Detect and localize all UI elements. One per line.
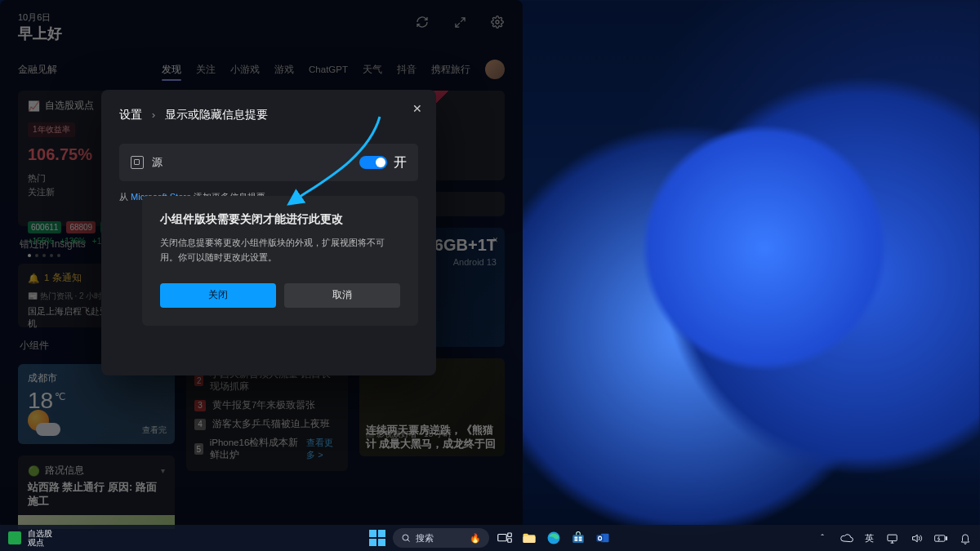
settings-icon[interactable] — [490, 15, 505, 29]
confirm-dialog: 小组件版块需要关闭才能进行此更改 关闭信息提要将更改小组件版块的外观，扩展视图将… — [142, 196, 418, 326]
modal-close-button[interactable]: ✕ — [407, 98, 428, 119]
svg-rect-9 — [579, 537, 582, 539]
tab-ctrip[interactable]: 携程旅行 — [431, 64, 470, 76]
stock-title: 自选股观点 — [45, 99, 94, 113]
toggle-state-label: 开 — [394, 154, 407, 171]
svg-rect-3 — [508, 533, 512, 537]
breadcrumb-settings[interactable]: 设置 — [119, 109, 142, 121]
tab-minigames[interactable]: 小游戏 — [230, 64, 260, 76]
svg-point-1 — [403, 535, 408, 540]
taskbar: 自选股观点 搜索 🔥 ˆ 英 — [0, 525, 980, 551]
settings-modal: ✕ 设置 › 显示或隐藏信息提要 源 开 从 Microsoft Store 添… — [101, 90, 436, 375]
cloud-icon — [36, 423, 60, 436]
chevron-right-icon: › — [152, 109, 156, 121]
source-toggle[interactable] — [359, 156, 387, 169]
tab-discover[interactable]: 发现 — [162, 64, 181, 76]
dialog-body: 关闭信息提要将更改小组件版块的外观，扩展视图将不可用。你可以随时更改此设置。 — [160, 235, 400, 265]
expand-icon[interactable] — [452, 15, 467, 29]
tab-chatgpt[interactable]: ChatGPT — [309, 64, 348, 74]
volume-icon[interactable] — [910, 531, 923, 544]
svg-rect-11 — [579, 540, 582, 541]
svg-rect-15 — [887, 535, 896, 541]
list-item[interactable]: 5iPhone16检料成本新鲜出炉查看更多 > — [194, 433, 340, 464]
feed-icon — [131, 156, 144, 169]
dialog-close-button[interactable]: 关闭 — [160, 283, 276, 308]
svg-rect-7 — [572, 535, 584, 543]
search-icon — [401, 533, 411, 543]
tab-games[interactable]: 游戏 — [274, 64, 294, 76]
store-icon[interactable] — [569, 529, 587, 547]
svg-rect-10 — [575, 540, 578, 541]
source-label: 源 — [152, 156, 163, 170]
user-avatar[interactable] — [485, 60, 505, 79]
source-toggle-row[interactable]: 源 开 — [119, 144, 418, 181]
tab-weather[interactable]: 天气 — [363, 64, 382, 76]
ime-indicator[interactable]: 英 — [865, 532, 874, 544]
start-button[interactable] — [368, 529, 386, 547]
battery-icon[interactable] — [934, 531, 947, 544]
svg-rect-2 — [498, 535, 507, 541]
svg-rect-4 — [508, 539, 512, 543]
explorer-icon[interactable] — [520, 529, 538, 547]
taskview-icon[interactable] — [496, 529, 514, 547]
stocks-icon — [8, 531, 21, 544]
breadcrumb-current: 显示或隐藏信息提要 — [165, 109, 268, 121]
network-icon[interactable] — [885, 531, 898, 544]
svg-rect-8 — [575, 537, 578, 539]
taskbar-widgets-pin[interactable]: 自选股观点 — [8, 529, 52, 547]
weather-card[interactable]: 成都市 18℃ 查看完 — [18, 364, 175, 444]
list-item[interactable]: 3黄牛报复7年来极致嚣张 — [194, 396, 340, 415]
edge-icon[interactable] — [545, 529, 563, 547]
taskbar-search[interactable]: 搜索 🔥 — [393, 528, 489, 548]
refresh-icon[interactable] — [415, 15, 430, 29]
svg-rect-5 — [523, 536, 536, 543]
outlook-icon[interactable] — [594, 529, 612, 547]
see-all-link[interactable]: 查看更多 > — [306, 437, 340, 461]
dialog-cancel-button[interactable]: 取消 — [284, 283, 400, 308]
svg-point-0 — [496, 20, 499, 24]
tab-douyin[interactable]: 抖音 — [397, 64, 416, 76]
tabs-row: 发现 关注 小游戏 游戏 ChatGPT 天气 抖音 携程旅行 — [162, 60, 505, 79]
breadcrumb: 设置 › 显示或隐藏信息提要 — [101, 90, 436, 122]
list-item[interactable]: 4游客太多乒乓猫被迫上夜班 — [194, 415, 340, 433]
svg-rect-17 — [946, 536, 947, 540]
stock-rate-label: 1年收益率 — [28, 122, 75, 137]
onedrive-icon[interactable] — [840, 531, 853, 544]
dialog-title: 小组件版块需要关闭才能进行此更改 — [160, 212, 400, 227]
tabs-section-label: 金融见解 — [18, 63, 57, 77]
traffic-card[interactable]: 🟢路况信息▾ 站西路 禁止通行 原因: 路面施工 — [18, 455, 175, 529]
tab-follow[interactable]: 关注 — [196, 64, 216, 76]
notifications-icon[interactable] — [959, 531, 972, 544]
svg-rect-16 — [935, 535, 945, 540]
tray-chevron-icon[interactable]: ˆ — [816, 531, 829, 544]
